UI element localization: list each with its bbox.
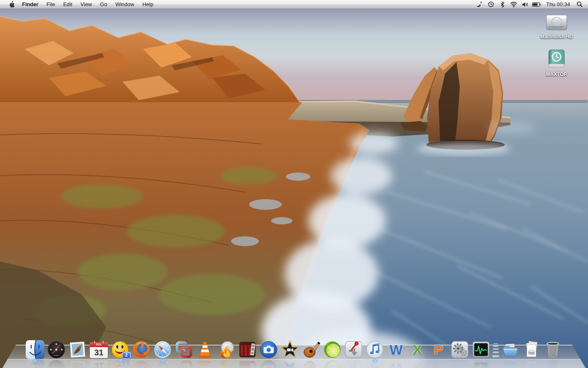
volume-label: Macintosh HD: [530, 34, 583, 40]
activity-graph-icon: [472, 340, 490, 359]
menu-item-finder[interactable]: Finder: [18, 1, 42, 7]
spotlight-icon[interactable]: [575, 1, 584, 8]
dock-item-imovie[interactable]: [281, 340, 299, 359]
desktop-screen: Finder File Edit View Go Window Help: [0, 0, 588, 368]
dock-item-activity-monitor[interactable]: [472, 340, 490, 359]
phone-icon[interactable]: [475, 1, 484, 8]
dock-item-photo-booth[interactable]: [238, 340, 257, 359]
menu-bar-left: Finder File Edit View Go Window Help: [0, 1, 157, 8]
menu-bar: Finder File Edit View Go Window Help: [0, 0, 588, 9]
menu-item-go[interactable]: Go: [96, 1, 111, 7]
bluetooth-icon[interactable]: [498, 1, 507, 8]
dock-item-safari[interactable]: [153, 340, 172, 359]
menu-item-window[interactable]: Window: [111, 1, 138, 7]
menu-item-help[interactable]: Help: [138, 1, 158, 7]
dock-item-yahoo-messenger[interactable]: 2 2: [111, 340, 129, 359]
documents-stack-icon: [522, 340, 541, 359]
dock: JUL 31 JUL 31: [0, 339, 588, 368]
dock-item-excel[interactable]: X X: [408, 340, 427, 359]
garageband-guitar-icon: [302, 340, 321, 359]
yahoo-smiley-icon: 2: [111, 340, 129, 359]
vlc-cone-icon: [196, 340, 214, 359]
unread-count-badge: 2: [122, 352, 131, 359]
volume-icon[interactable]: [521, 1, 530, 8]
trash-basket-icon: [543, 340, 562, 359]
blue-folder-icon: [501, 340, 520, 359]
calendar-day: 31: [90, 347, 108, 358]
safari-compass-icon: [153, 340, 172, 359]
vmware-fusion-icon: [174, 340, 193, 359]
dock-item-powerpoint[interactable]: P P: [429, 340, 448, 359]
dock-separator-dashes: [492, 343, 499, 359]
itunes-disc-icon: [365, 340, 384, 359]
excel-letter-icon: X: [408, 340, 427, 359]
desktop-volume-macintosh-hd[interactable]: Macintosh HD: [530, 12, 583, 40]
menu-bar-clock[interactable]: Thu 00:34: [543, 1, 572, 7]
menu-bar-status-area: Thu 00:34: [475, 1, 588, 8]
dock-item-itunes[interactable]: [365, 340, 384, 359]
dock-item-garageband[interactable]: [302, 340, 321, 359]
time-machine-icon[interactable]: [486, 1, 495, 8]
calendar-icon: JUL 31: [89, 340, 108, 359]
powerpoint-letter-icon: P: [429, 340, 448, 359]
excel-letter: X: [413, 340, 422, 359]
wifi-icon[interactable]: [509, 1, 518, 8]
dock-item-camera[interactable]: [259, 340, 278, 359]
dashboard-gauge-icon: [47, 340, 66, 359]
volume-label: MAXTOR: [530, 72, 583, 77]
dock-item-mail[interactable]: [68, 340, 87, 359]
dock-item-documents-stack[interactable]: [522, 340, 541, 359]
apple-logo-icon: [9, 1, 15, 8]
wallpaper-image: [0, 0, 588, 368]
dock-item-vlc[interactable]: [196, 340, 214, 359]
word-letter-icon: W: [387, 340, 405, 359]
menu-item-view[interactable]: View: [76, 1, 96, 7]
dock-item-trash[interactable]: [543, 340, 562, 359]
calendar-month: JUL: [90, 342, 108, 347]
limewire-lime-icon: [323, 340, 342, 359]
menu-item-edit[interactable]: Edit: [59, 1, 76, 7]
dock-item-toast[interactable]: [217, 340, 236, 359]
dock-item-transmission[interactable]: [344, 340, 363, 359]
word-letter: W: [390, 340, 403, 359]
time-machine-drive-icon: [530, 49, 583, 70]
finder-icon: [26, 340, 45, 359]
dock-item-documents-folder[interactable]: [501, 340, 520, 359]
apple-menu[interactable]: [6, 1, 18, 8]
imovie-star-icon: [281, 340, 299, 359]
dock-item-ical[interactable]: JUL 31 JUL 31: [89, 340, 108, 359]
photo-booth-icon: [238, 340, 257, 359]
dock-item-word[interactable]: W W: [387, 340, 405, 359]
dock-item-finder[interactable]: [26, 340, 45, 359]
transmission-lever-icon: [344, 340, 363, 359]
dock-item-dashboard[interactable]: [47, 340, 66, 359]
dock-item-vmware-fusion[interactable]: [174, 340, 193, 359]
internal-drive-icon: [530, 12, 583, 32]
powerpoint-letter: P: [434, 340, 443, 359]
dock-item-firefox[interactable]: [132, 340, 151, 359]
firefox-icon: [132, 340, 151, 359]
camera-app-icon: [259, 340, 278, 359]
dock-item-system-preferences[interactable]: [450, 340, 469, 359]
dock-items: JUL 31 JUL 31: [26, 340, 562, 359]
battery-icon[interactable]: [532, 1, 541, 8]
menu-item-file[interactable]: File: [42, 1, 59, 7]
desktop-volume-maxtor[interactable]: MAXTOR: [530, 49, 583, 77]
dock-item-limewire[interactable]: [323, 340, 342, 359]
gears-icon: [450, 340, 469, 359]
dock-separator: [493, 341, 499, 359]
disc-burning-icon: [217, 340, 236, 359]
mail-stamp-icon: [68, 340, 87, 359]
